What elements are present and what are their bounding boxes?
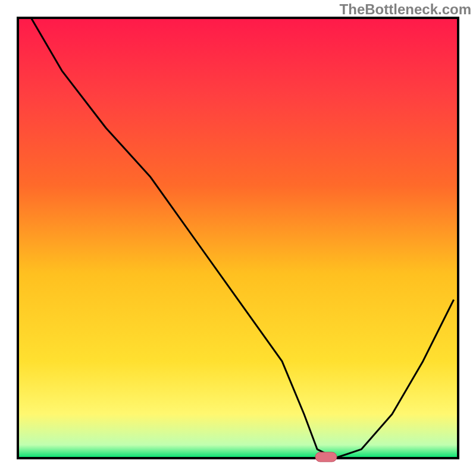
plot-background xyxy=(18,18,458,458)
watermark-text: TheBottleneck.com xyxy=(340,1,471,18)
chart-container: TheBottleneck.com xyxy=(0,0,476,476)
optimal-marker xyxy=(315,452,337,462)
bottleneck-chart xyxy=(0,0,476,476)
